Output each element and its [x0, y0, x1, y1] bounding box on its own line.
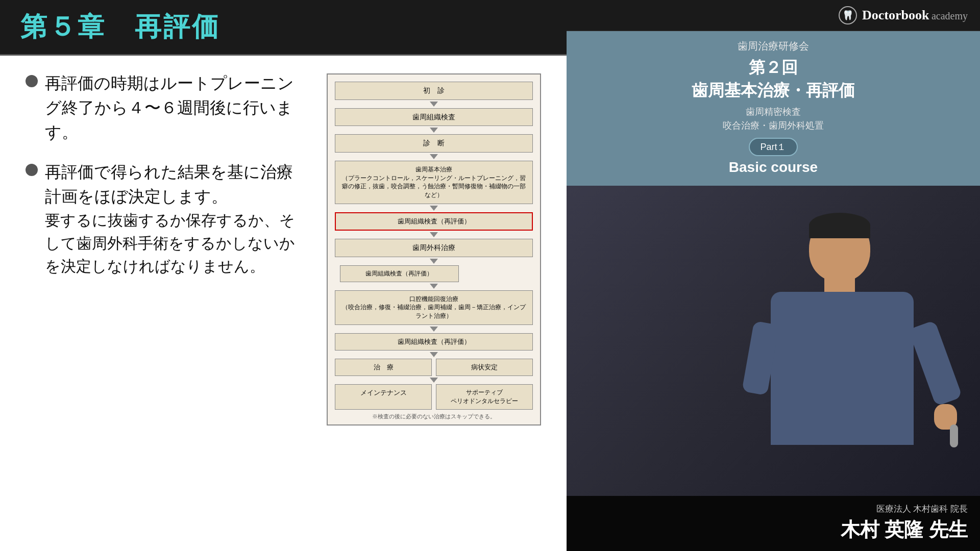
speaker-body [771, 292, 914, 445]
course-title: 第２回 歯周基本治療・再評価 [692, 56, 855, 102]
fc-row-maintenance: メインテナンス サポーティブペリオドンタルセラピー [335, 384, 533, 410]
speaker-arm-right [908, 320, 962, 406]
logo-text: Doctorbook academy [862, 8, 968, 23]
slide-area: 第５章 再評価 再評価の時期はルートプレーニング終了から４〜６週間後に行います。… [0, 0, 567, 551]
fc-node-geka: 歯周外科治療 [335, 239, 533, 257]
speaker-name: 木村 英隆 先生 [841, 519, 968, 540]
fc-arrow-2 [430, 128, 438, 133]
logo-area: 🦷 Doctorbook academy [839, 6, 968, 24]
bullet-dot-2 [26, 164, 38, 176]
flowchart: 初 診 歯周組織検査 診 断 歯周基本治療（プラークコントロール，スケーリング・… [327, 73, 541, 425]
fc-node-shindan: 診 断 [335, 134, 533, 153]
fc-arrow-5 [430, 232, 438, 237]
speaker-org: 医療法人 木村歯科 院長 [579, 503, 968, 515]
fc-node-kensa1: 歯周組織検査 [335, 108, 533, 127]
fc-footnote: ※検査の後に必要のない治療はスキップできる。 [335, 413, 533, 420]
fc-node-kensa-re2: 歯周組織検査（再評価） [340, 265, 459, 282]
speaker-figure [720, 210, 965, 445]
bullet-text-1: 再評価の時期はルートプレーニング終了から４〜６週間後に行います。 [45, 71, 301, 144]
fc-arrow-1 [430, 102, 438, 107]
speaker-name-bar: 医療法人 木村歯科 院長 木村 英隆 先生 [567, 496, 980, 551]
fc-node-shinsin: 初 診 [335, 82, 533, 100]
fc-node-kensa-re3: 歯周組織検査（再評価） [335, 333, 533, 350]
fc-arrow-4 [430, 206, 438, 211]
fc-arrow-8 [430, 327, 438, 332]
course-label: Basic course [729, 159, 818, 176]
bullet-item-2-header: 再評価で得られた結果を基に治療計画をほぼ決定します。 [26, 160, 301, 209]
slide-text-column: 再評価の時期はルートプレーニング終了から４〜６週間後に行います。 再評価で得られ… [26, 71, 301, 541]
course-subtitle: 歯周治療研修会 [738, 39, 809, 53]
slide-title: 第５章 再評価 [20, 9, 546, 45]
bullet-subtext-2: 要するに抜歯するか保存するか、そして歯周外科手術をするかしないかを決定しなければ… [45, 209, 301, 278]
bullet-item-1: 再評価の時期はルートプレーニング終了から４〜６週間後に行います。 [26, 71, 301, 144]
slide-diagram-column: 初 診 歯周組織検査 診 断 歯周基本治療（プラークコントロール，スケーリング・… [316, 71, 551, 541]
speaker-hair [809, 213, 870, 238]
fc-node-kensa-re1: 歯周組織検査（再評価） [335, 212, 533, 231]
fc-node-byjotaiyo: 病状安定 [436, 359, 533, 376]
fc-node-chiryo: 治 療 [335, 359, 432, 376]
fc-node-supportive: サポーティブペリオドンタルセラピー [436, 384, 533, 410]
speaker-area [567, 186, 980, 496]
slide-header: 第５章 再評価 [0, 0, 567, 56]
part-badge: Part１ [749, 138, 797, 156]
slide-body: 再評価の時期はルートプレーニング終了から４〜６週間後に行います。 再評価で得られ… [0, 56, 567, 551]
logo-icon: 🦷 [839, 6, 857, 24]
right-panel: 🦷 Doctorbook academy 歯周治療研修会 第２回 歯周基本治療・… [567, 0, 980, 551]
speaker-background [567, 186, 980, 496]
fc-arrow-7 [430, 284, 438, 289]
fc-node-kihon: 歯周基本治療（プラークコントロール，スケーリング・ルートプレーニング，習癖の修正… [335, 161, 533, 204]
fc-arrow-9 [430, 352, 438, 357]
speaker-microphone [950, 424, 958, 447]
speaker-name-line: 木村 英隆 先生 [579, 517, 968, 543]
fc-row-treatment: 治 療 病状安定 [335, 359, 533, 376]
fc-arrow-6 [430, 259, 438, 264]
top-bar: 🦷 Doctorbook academy [567, 0, 980, 31]
bullet-dot-1 [26, 75, 38, 87]
fc-arrow-3 [430, 154, 438, 159]
course-description: 歯周精密検査 咬合治療・歯周外科処置 [723, 105, 824, 133]
fc-arrow-10 [430, 378, 438, 383]
bullet-text-2: 再評価で得られた結果を基に治療計画をほぼ決定します。 [45, 160, 301, 209]
bullet-item-2: 再評価で得られた結果を基に治療計画をほぼ決定します。 要するに抜歯するか保存する… [26, 160, 301, 278]
info-panel: 歯周治療研修会 第２回 歯周基本治療・再評価 歯周精密検査 咬合治療・歯周外科処… [567, 31, 980, 186]
fc-node-maintenance: メインテナンス [335, 384, 432, 410]
fc-node-kaikutu: 口腔機能回復治療（咬合治療，修復・補綴治療，歯周補綴，歯周－矯正治療，インプラン… [335, 290, 533, 325]
